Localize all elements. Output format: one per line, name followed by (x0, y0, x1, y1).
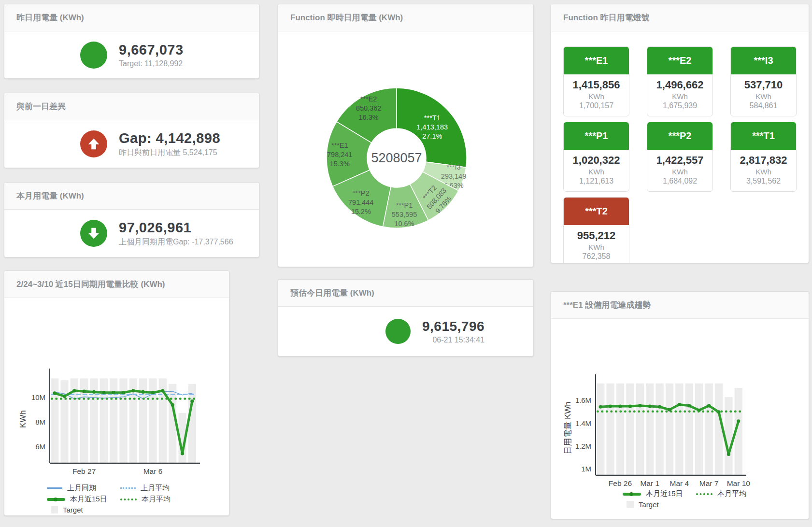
legend-item[interactable]: Target (47, 506, 120, 514)
series-point (687, 404, 691, 407)
target-bar (60, 380, 68, 463)
series-point (737, 419, 740, 423)
series-point (658, 405, 661, 409)
series-point (131, 389, 135, 392)
series-point (190, 399, 194, 403)
legend-item[interactable]: 本月平均 (696, 489, 769, 499)
panel-realtime-pie: Function 即時日用電量 (KWh) ***T11,413,18327.1… (278, 4, 534, 267)
legend-label: Target (63, 506, 83, 514)
x-tick-label: Mar 1 (640, 479, 659, 486)
device-tile-name: ***E1 (564, 47, 629, 74)
x-tick-label: Feb 27 (72, 467, 96, 475)
panel-month-usage: 本月用電量 (KWh) 97,026,961 上個月同期用電Gap: -17,3… (4, 182, 259, 257)
panel-title[interactable]: Function 昨日用電燈號 (551, 4, 809, 31)
target-bar (705, 384, 712, 475)
device-tile: ***T12,817,832KWh3,591,562 (730, 122, 797, 192)
status-circle-green-icon (385, 319, 411, 344)
target-bar (725, 397, 732, 475)
device-tile-target: 1,675,939 (648, 101, 712, 110)
panel-title[interactable]: 預估今日用電量 (KWh) (278, 280, 533, 307)
donut-slice-label: 16.3% (359, 114, 379, 121)
donut-slice-label: ***E2 (360, 95, 377, 103)
device-tile-unit: KWh (565, 92, 628, 100)
legend-marker-icon (696, 493, 712, 495)
series-point (707, 404, 711, 407)
device-tile-value: 2,817,832 (732, 154, 795, 167)
legend-label: 上月平均 (141, 484, 170, 493)
panel-yesterday-usage: 昨日用電量 (KWh) 9,667,073 Target: 11,128,992 (4, 4, 259, 79)
donut-slice-label: ***P1 (396, 201, 413, 209)
target-bar (655, 384, 663, 475)
legend-marker-icon (51, 506, 58, 513)
month-usage-value: 97,026,961 (119, 220, 233, 236)
legend-marker-icon (120, 499, 137, 500)
legend-item[interactable]: Target (623, 500, 696, 509)
donut-slice-label: 293,149 (441, 172, 466, 180)
arrow-up-circle-icon (80, 130, 107, 157)
device-tile-target: 584,861 (732, 101, 795, 110)
panel-15day-compare-chart: 2/24~3/10 近15日同期用電量比較 (KWh) 6M8M10MFeb 2… (4, 271, 229, 516)
series-point (618, 404, 622, 408)
panel-title[interactable]: ***E1 設備用電達成趨勢 (551, 292, 809, 319)
device-tile-value: 537,710 (732, 79, 795, 91)
device-tile-value: 1,020,322 (565, 154, 628, 167)
legend-item[interactable]: 上月同期 (47, 484, 120, 493)
series-point (151, 391, 155, 394)
series-point (83, 390, 86, 393)
legend-item[interactable]: 上月平均 (120, 484, 194, 493)
legend-item[interactable]: 本月近15日 (623, 489, 696, 499)
device-tile-target: 1,684,092 (648, 177, 712, 185)
series-point (609, 404, 612, 408)
series-point (112, 391, 115, 394)
legend-marker-icon (627, 501, 634, 508)
legend-label: Target (639, 500, 659, 509)
panel-title[interactable]: Function 即時日用電量 (KWh) (278, 4, 533, 31)
device-tile: ***E21,496,662KWh1,675,939 (647, 46, 713, 116)
legend-item[interactable]: 本月近15日 (47, 495, 120, 504)
series-point (63, 395, 66, 398)
e1-trend-line-chart: 1M1.2M1.4M1.6MFeb 26Mar 1Mar 4Mar 7Mar 1… (551, 319, 806, 486)
status-circle-green-icon (80, 42, 107, 69)
series-point (72, 389, 76, 392)
legend-marker-icon (120, 487, 136, 489)
donut-slice-label: ***I3 (447, 163, 461, 171)
month-usage-gap: 上個月同期用電Gap: -17,377,566 (119, 237, 233, 247)
donut-center-total: 5208057 (371, 151, 422, 165)
device-tile-unit: KWh (732, 168, 795, 176)
arrow-down-circle-icon (80, 220, 107, 247)
panel-title[interactable]: 2/24~3/10 近15日同期用電量比較 (KWh) (4, 271, 229, 298)
target-bar (188, 384, 196, 463)
legend-item[interactable]: 本月平均 (120, 495, 194, 504)
legend-marker-icon (47, 498, 65, 501)
y-tick-label: 10M (31, 393, 45, 401)
device-tile-value: 1,422,557 (648, 154, 712, 167)
device-tile: ***P11,020,322KWh1,121,613 (563, 122, 629, 192)
legend-label: 上月同期 (67, 484, 96, 493)
device-tile-value: 955,212 (565, 229, 628, 242)
target-bar (626, 384, 634, 475)
panel-title[interactable]: 與前一日差異 (4, 93, 259, 120)
y-axis-label: KWh (18, 410, 28, 428)
donut-slice-label: ***E1 (331, 142, 348, 149)
target-bar (597, 384, 604, 475)
device-tile: ***P21,422,557KWh1,684,092 (647, 122, 713, 192)
device-tile: ***E11,415,856KWh1,700,157 (563, 46, 629, 116)
donut-slice-label: 10.6% (394, 220, 414, 228)
series-point (142, 390, 145, 394)
donut-slice-label: 850,362 (356, 104, 381, 112)
series-point (122, 391, 125, 394)
device-tile-value: 1,415,856 (565, 79, 628, 91)
donut-slice-label: 791,444 (348, 199, 373, 206)
series-point (171, 403, 174, 407)
target-bar (636, 384, 644, 475)
estimate-timestamp: 06-21 15:34:41 (422, 336, 484, 344)
device-tile-unit: KWh (565, 168, 628, 176)
device-tile-unit: KWh (648, 92, 712, 100)
x-tick-label: Mar 7 (699, 479, 719, 486)
panel-title[interactable]: 本月用電量 (KWh) (4, 183, 259, 210)
device-tile-name: ***E2 (647, 47, 712, 74)
series-point (181, 452, 184, 455)
panel-title[interactable]: 昨日用電量 (KWh) (4, 4, 259, 31)
device-tile-unit: KWh (648, 168, 712, 176)
series-point (648, 404, 652, 408)
